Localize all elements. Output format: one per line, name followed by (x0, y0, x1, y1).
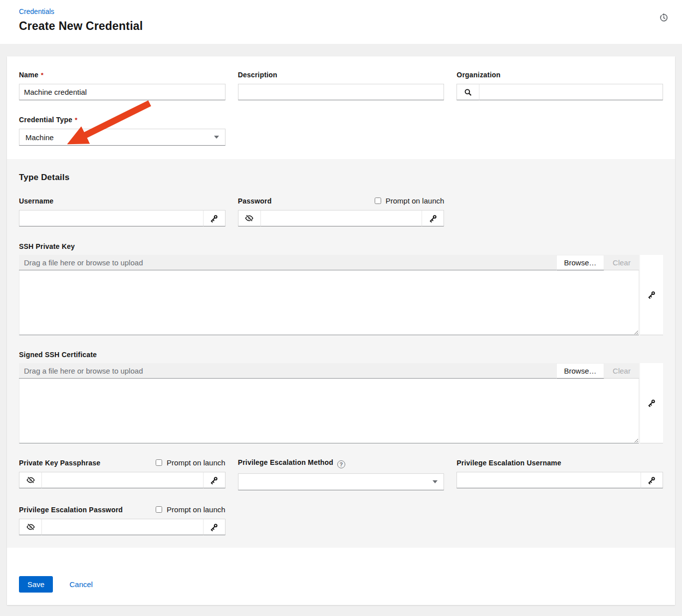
password-prompt-on-launch: Prompt on launch (375, 197, 445, 205)
ssh-private-key-clear-button[interactable]: Clear (604, 255, 639, 270)
ssh-private-key-field-group: SSH Private Key Drag a file here or brow… (19, 242, 663, 335)
privilege-escalation-password-prompt-label: Prompt on launch (167, 505, 226, 514)
history-button[interactable] (659, 13, 668, 22)
signed-ssh-certificate-field-group: Signed SSH Certificate Drag a file here … (19, 350, 663, 443)
signed-ssh-certificate-browse-button[interactable]: Browse… (556, 363, 604, 379)
page-header: Credentials Create New Credential (0, 0, 682, 44)
description-field-group: Description (238, 70, 445, 100)
question-circle-icon[interactable]: ? (337, 460, 345, 468)
caret-down-icon (433, 480, 438, 483)
privilege-escalation-password-field-group: Privilege Escalation Password Prompt on … (19, 505, 226, 535)
breadcrumb: Credentials (19, 7, 682, 16)
key-icon (210, 523, 218, 531)
username-credential-lookup-button[interactable] (203, 210, 226, 226)
privilege-escalation-password-input[interactable] (41, 519, 203, 535)
caret-down-icon (214, 136, 219, 139)
key-icon (429, 214, 437, 222)
eye-slash-icon (245, 214, 253, 222)
username-field-group: Username (19, 197, 226, 226)
private-key-passphrase-prompt-on-launch: Prompt on launch (156, 458, 226, 467)
page-title: Create New Credential (19, 19, 682, 33)
history-icon (659, 13, 668, 22)
signed-ssh-certificate-credential-lookup-button[interactable] (640, 363, 663, 443)
username-label: Username (19, 197, 53, 205)
private-key-passphrase-field-group: Private Key Passphrase Prompt on launch (19, 458, 226, 490)
organization-label: Organization (456, 71, 500, 79)
private-key-passphrase-prompt-label: Prompt on launch (167, 458, 226, 467)
key-icon (210, 476, 218, 484)
organization-field-group: Organization (456, 70, 663, 100)
private-key-passphrase-prompt-checkbox[interactable] (156, 459, 162, 466)
key-icon (648, 291, 656, 299)
signed-ssh-certificate-label: Signed SSH Certificate (19, 351, 97, 359)
name-input[interactable] (19, 84, 226, 100)
password-input[interactable] (260, 210, 422, 226)
privilege-escalation-password-label: Privilege Escalation Password (19, 506, 123, 514)
name-field-group: Name* (19, 70, 226, 100)
name-label: Name* (19, 71, 43, 79)
private-key-passphrase-input[interactable] (41, 472, 203, 488)
privilege-escalation-method-select[interactable] (238, 473, 445, 490)
key-icon (648, 476, 656, 484)
credential-form-card: Name* Description Organization (7, 56, 675, 605)
privilege-escalation-password-visibility-toggle[interactable] (19, 519, 41, 535)
private-key-passphrase-visibility-toggle[interactable] (19, 472, 41, 488)
search-icon (464, 88, 472, 96)
credential-type-select[interactable]: Machine (19, 129, 226, 146)
description-input[interactable] (238, 84, 445, 100)
save-button[interactable]: Save (19, 576, 53, 593)
ssh-private-key-label: SSH Private Key (19, 242, 75, 250)
privilege-escalation-username-field-group: Privilege Escalation Username (456, 458, 663, 490)
credential-type-value: Machine (25, 133, 54, 142)
ssh-private-key-credential-lookup-button[interactable] (640, 255, 663, 335)
privilege-escalation-username-credential-lookup-button[interactable] (641, 472, 663, 488)
username-input[interactable] (19, 210, 203, 226)
password-visibility-toggle[interactable] (238, 210, 260, 226)
breadcrumb-credentials-link[interactable]: Credentials (19, 7, 54, 15)
password-label: Password (238, 197, 272, 205)
credential-type-label: Credential Type* (19, 116, 77, 124)
organization-input[interactable] (479, 84, 663, 100)
type-details-section: Type Details Username Pas (7, 159, 675, 548)
signed-ssh-certificate-textarea[interactable] (19, 379, 639, 443)
private-key-passphrase-credential-lookup-button[interactable] (203, 472, 226, 488)
required-asterisk: * (41, 71, 43, 79)
cancel-link[interactable]: Cancel (69, 580, 93, 589)
privilege-escalation-password-prompt-checkbox[interactable] (156, 506, 162, 513)
basic-fields-section: Name* Description Organization (7, 56, 675, 159)
password-prompt-checkbox[interactable] (375, 198, 381, 204)
eye-slash-icon (26, 476, 35, 484)
private-key-passphrase-label: Private Key Passphrase (19, 459, 100, 467)
key-icon (210, 214, 218, 222)
required-asterisk: * (75, 116, 77, 124)
signed-ssh-certificate-dropzone[interactable]: Drag a file here or browse to upload (19, 363, 556, 379)
type-details-heading: Type Details (19, 173, 663, 183)
credential-type-field-group: Credential Type* Machine (19, 115, 226, 146)
form-actions: Save Cancel (7, 548, 675, 605)
page-content: Name* Description Organization (0, 44, 682, 616)
privilege-escalation-method-label: Privilege Escalation Method? (238, 458, 345, 468)
key-icon (648, 399, 656, 407)
eye-slash-icon (26, 523, 35, 531)
ssh-private-key-dropzone[interactable]: Drag a file here or browse to upload (19, 255, 556, 270)
privilege-escalation-username-input[interactable] (456, 472, 641, 488)
privilege-escalation-password-prompt-on-launch: Prompt on launch (156, 505, 226, 514)
password-prompt-label: Prompt on launch (386, 197, 445, 205)
create-credential-page: { "header": { "breadcrumb": "Credentials… (0, 0, 682, 616)
privilege-escalation-method-field-group: Privilege Escalation Method? (238, 458, 445, 490)
organization-search-button[interactable] (456, 84, 479, 100)
privilege-escalation-password-credential-lookup-button[interactable] (203, 519, 226, 535)
password-credential-lookup-button[interactable] (422, 210, 444, 226)
privilege-escalation-username-label: Privilege Escalation Username (456, 459, 561, 467)
ssh-private-key-textarea[interactable] (19, 270, 639, 335)
password-field-group: Password Prompt on launch (238, 197, 445, 226)
description-label: Description (238, 71, 277, 79)
signed-ssh-certificate-clear-button[interactable]: Clear (604, 363, 639, 379)
ssh-private-key-browse-button[interactable]: Browse… (556, 255, 604, 270)
